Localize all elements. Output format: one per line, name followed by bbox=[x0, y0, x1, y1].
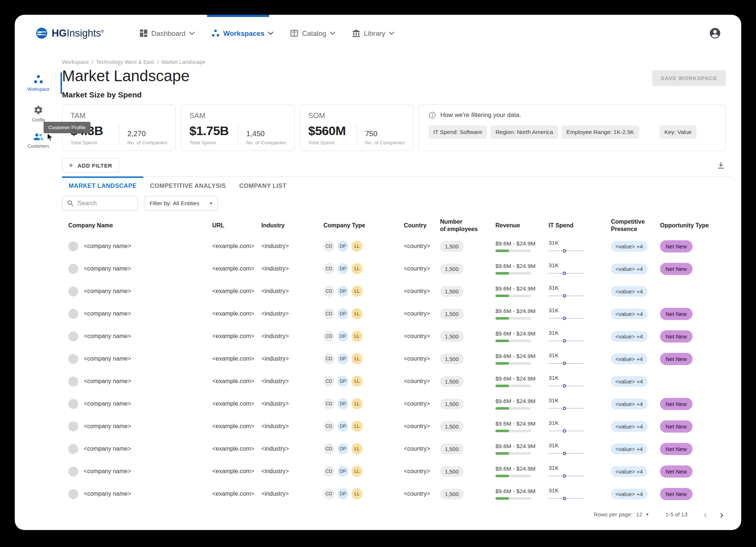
stat-companies-caption: No. of Companies bbox=[246, 140, 286, 145]
breadcrumb-workspace[interactable]: Workspace bbox=[62, 59, 89, 65]
table-row[interactable]: <company name> <example.com> <industry> … bbox=[62, 325, 731, 348]
revenue-bar bbox=[495, 250, 531, 252]
stat-caption: Total Spend bbox=[71, 140, 115, 145]
employees-chip: 1,500 bbox=[440, 331, 464, 342]
tab[interactable]: MARKET LANDSCAPE bbox=[62, 177, 143, 194]
divider bbox=[357, 124, 357, 145]
filter-by-label: Filter by: All Entities bbox=[150, 200, 199, 207]
add-filter-button[interactable]: + ADD FILTER bbox=[62, 158, 119, 173]
type-chip-cd: CD bbox=[323, 421, 334, 432]
logo-wordmark: HGInsights® bbox=[52, 28, 104, 39]
revenue-value: $9.6M - $24.9M bbox=[495, 285, 549, 292]
filter-chip[interactable]: Employee Range: 1K-2.5K bbox=[561, 125, 639, 139]
user-avatar-button[interactable] bbox=[709, 27, 721, 39]
type-chip-cd: CD bbox=[323, 466, 334, 477]
company-name: <company name> bbox=[84, 468, 131, 475]
type-chip-cd: CD bbox=[323, 353, 334, 364]
table-row[interactable]: <company name> <example.com> <industry> … bbox=[62, 280, 731, 303]
itspend-value: 31K bbox=[549, 397, 611, 404]
stat-caption: Total Spend bbox=[308, 140, 353, 145]
opportunity-chip: Net New bbox=[660, 330, 693, 343]
company-type-chips: CD DP LL bbox=[323, 331, 404, 342]
company-avatar bbox=[68, 399, 78, 409]
rail-item-workspace[interactable]: Workspace bbox=[15, 71, 62, 96]
itspend-slider-thumb bbox=[563, 429, 566, 433]
table-row[interactable]: <company name> <example.com> <industry> … bbox=[62, 235, 731, 258]
company-industry: <industry> bbox=[261, 355, 323, 362]
opportunity-chip: Net New bbox=[660, 443, 693, 455]
revenue-value: $9.6M - $24.9M bbox=[495, 353, 549, 359]
chevron-down-icon bbox=[389, 32, 394, 35]
itspend-slider bbox=[549, 339, 584, 343]
gear-icon bbox=[34, 105, 43, 115]
type-chip-dp: DP bbox=[337, 488, 348, 499]
company-avatar bbox=[68, 354, 78, 364]
type-chip-cd: CD bbox=[323, 286, 334, 297]
type-chip-dp: DP bbox=[337, 421, 348, 432]
company-industry: <industry> bbox=[261, 310, 323, 317]
company-country: <country> bbox=[404, 288, 440, 295]
revenue-bar-fill bbox=[495, 340, 509, 342]
table-row[interactable]: <company name> <example.com> <industry> … bbox=[62, 483, 731, 505]
breadcrumb-market-landscape[interactable]: Market Landscape bbox=[161, 59, 205, 65]
company-country: <country> bbox=[404, 423, 440, 430]
company-avatar bbox=[68, 264, 78, 274]
type-chip-cd: CD bbox=[323, 398, 334, 409]
nav-item-workspaces[interactable]: Workspaces bbox=[212, 29, 274, 37]
library-icon bbox=[352, 29, 360, 37]
itspend-slider bbox=[549, 451, 584, 455]
company-name: <company name> bbox=[84, 310, 131, 317]
next-page-button[interactable]: › bbox=[718, 509, 725, 520]
revenue-value: $9.6M - $24.9M bbox=[495, 263, 549, 269]
breadcrumb-technology-west-east[interactable]: Technology West & East bbox=[96, 59, 154, 65]
table-row[interactable]: <company name> <example.com> <industry> … bbox=[62, 348, 731, 370]
table-row[interactable]: <company name> <example.com> <industry> … bbox=[62, 370, 731, 393]
tab[interactable]: COMPANY LIST bbox=[233, 177, 293, 194]
itspend-value: 31K bbox=[549, 285, 611, 291]
table-row[interactable]: <company name> <example.com> <industry> … bbox=[62, 393, 731, 415]
company-url: <example.com> bbox=[212, 243, 261, 250]
company-industry: <industry> bbox=[261, 265, 323, 272]
tab[interactable]: COMPETITIVE ANALYSIS bbox=[143, 177, 233, 194]
company-industry: <industry> bbox=[261, 445, 323, 452]
revenue-cell: $9.6M - $24.9M bbox=[495, 240, 549, 252]
mouse-cursor bbox=[46, 133, 55, 143]
hg-insights-logo[interactable]: HGInsights® bbox=[35, 27, 104, 39]
type-chip-cd: CD bbox=[323, 376, 334, 387]
company-url: <example.com> bbox=[212, 423, 261, 430]
revenue-bar-fill bbox=[495, 250, 509, 252]
table-row[interactable]: <company name> <example.com> <industry> … bbox=[62, 460, 731, 483]
type-chip-cd: CD bbox=[323, 263, 334, 274]
search-input[interactable] bbox=[78, 200, 133, 207]
nav-item-dashboard[interactable]: Dashboard bbox=[140, 29, 195, 37]
divider bbox=[119, 124, 119, 145]
download-button[interactable] bbox=[715, 159, 727, 172]
table-row[interactable]: <company name> <example.com> <industry> … bbox=[62, 303, 731, 325]
type-chip-dp: DP bbox=[337, 331, 348, 342]
stat-companies-caption: No. of Companies bbox=[365, 140, 405, 145]
type-chip-dp: DP bbox=[337, 443, 348, 454]
nav-item-catalog[interactable]: Catalog bbox=[290, 29, 335, 37]
filter-chip[interactable]: Region: North America bbox=[491, 125, 558, 139]
save-workspace-button[interactable]: SAVE WORKSPACE bbox=[652, 70, 726, 86]
type-chip-ll: LL bbox=[351, 376, 362, 387]
opportunity-chip: Net New bbox=[660, 353, 693, 365]
previous-page-button[interactable]: ‹ bbox=[702, 509, 709, 520]
table-row[interactable]: <company name> <example.com> <industry> … bbox=[62, 258, 731, 280]
rows-per-page-label: Rows per page: bbox=[594, 511, 633, 517]
opportunity-chip: Net New bbox=[660, 465, 693, 478]
side-rail: Workspace Config Customers bbox=[15, 52, 62, 152]
table-row[interactable]: <company name> <example.com> <industry> … bbox=[62, 415, 731, 438]
filter-chip[interactable]: Key: Value bbox=[660, 125, 697, 139]
itspend-slider-thumb bbox=[563, 294, 566, 297]
revenue-bar bbox=[495, 430, 531, 432]
itspend-cell: 31K bbox=[549, 420, 611, 433]
filter-by-dropdown[interactable]: Filter by: All Entities ▾ bbox=[144, 196, 218, 211]
nav-item-library[interactable]: Library bbox=[352, 29, 394, 37]
column-header: URL bbox=[212, 222, 261, 229]
rows-per-page-dropdown[interactable]: Rows per page: 12 ▾ bbox=[594, 511, 649, 517]
filter-chip[interactable]: IT Spend: Software bbox=[429, 125, 487, 139]
itspend-value: 31K bbox=[549, 442, 611, 449]
type-chip-ll: LL bbox=[351, 466, 362, 477]
table-row[interactable]: <company name> <example.com> <industry> … bbox=[62, 438, 731, 460]
